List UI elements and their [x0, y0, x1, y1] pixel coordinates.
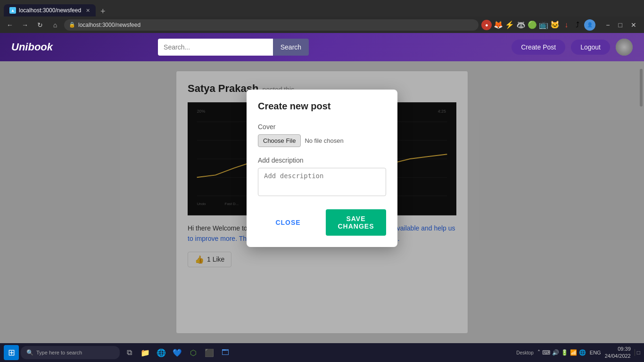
maximize-button[interactable]: □: [615, 20, 626, 30]
create-post-button[interactable]: Create Post: [512, 40, 565, 55]
keyboard-icon[interactable]: ⌨: [542, 349, 550, 356]
extension-icon-9[interactable]: ⤴: [573, 20, 582, 30]
main-content: Satya Prakash posted this Agilest Techno…: [0, 61, 644, 343]
taskbar-search[interactable]: 🔍 Type here to search: [21, 346, 120, 359]
reload-button[interactable]: ↻: [34, 19, 46, 31]
url-display: localhost:3000/newsfeed: [78, 22, 140, 28]
taskbar-icon-vscode[interactable]: 💙: [170, 345, 185, 360]
create-post-modal: Create new post Cover Choose File No fil…: [247, 90, 397, 247]
search-button[interactable]: Search: [273, 39, 309, 56]
app-navbar: Unibook Search Create Post Logout: [0, 33, 644, 61]
speaker-icon[interactable]: 🔊: [552, 349, 559, 356]
taskbar-lang: ENG: [590, 350, 601, 355]
extension-icon-8[interactable]: ↓: [561, 20, 571, 30]
taskbar-icon-task-view[interactable]: ⧉: [122, 345, 137, 360]
battery-icon[interactable]: 🔋: [561, 349, 568, 356]
description-input[interactable]: [258, 168, 386, 196]
chevron-up-icon[interactable]: ˄: [537, 349, 540, 356]
back-button[interactable]: ←: [4, 19, 16, 31]
browser-profile[interactable]: 👤: [584, 19, 595, 31]
cover-label: Cover: [258, 123, 386, 131]
modal-overlay: Create new post Cover Choose File No fil…: [0, 61, 644, 343]
description-label: Add description: [258, 156, 386, 164]
extension-icon-5[interactable]: 🟢: [528, 20, 537, 30]
modal-close-button[interactable]: CLOSE: [258, 213, 318, 232]
taskbar-datetime: 09:39 24/04/2022: [605, 346, 631, 360]
close-window-button[interactable]: ✕: [627, 20, 640, 30]
minimize-button[interactable]: −: [602, 20, 613, 30]
search-container: Search: [158, 39, 309, 56]
browser-extensions: ● 🦊 ⚡ 🦝 🟢 📺 🐱 ↓ ⤴ 👤: [481, 19, 595, 31]
modal-save-button[interactable]: SAVE CHANGES: [326, 209, 386, 236]
logout-button[interactable]: Logout: [571, 40, 610, 55]
active-tab[interactable]: ▲ localhost:3000/newsfeed ✕: [4, 4, 96, 16]
extension-icon-6[interactable]: 📺: [539, 20, 548, 30]
taskbar-icon-explorer[interactable]: 📁: [138, 345, 153, 360]
tab-favicon: ▲: [9, 7, 16, 14]
extension-icon-4[interactable]: 🦝: [516, 20, 526, 30]
app-logo: Unibook: [11, 41, 53, 53]
choose-file-button[interactable]: Choose File: [258, 134, 301, 147]
show-desktop-button[interactable]: □: [635, 349, 640, 356]
taskbar-search-icon: 🔍: [26, 349, 33, 356]
description-form-group: Add description: [258, 156, 386, 198]
taskbar-desktop-label: Desktop: [516, 350, 534, 355]
extension-icon-1[interactable]: ●: [481, 20, 492, 30]
cover-form-group: Cover Choose File No file chosen: [258, 123, 386, 147]
taskbar-icon-browser2[interactable]: 🗔: [218, 345, 233, 360]
tab-close-icon[interactable]: ✕: [86, 8, 90, 14]
taskbar-search-label: Type here to search: [36, 350, 82, 355]
taskbar-items: ⧉ 📁 🌐 💙 ⬡ ⬛ 🗔: [122, 345, 233, 360]
wifi-icon[interactable]: 📶: [570, 349, 577, 356]
taskbar-date-display: 24/04/2022: [605, 353, 631, 360]
file-input-row: Choose File No file chosen: [258, 134, 386, 147]
new-tab-button[interactable]: +: [98, 7, 108, 16]
taskbar-sys-icons: ˄ ⌨ 🔊 🔋 📶 🌐: [537, 349, 586, 356]
window-controls: − □ ✕: [602, 20, 640, 30]
avatar-image: [616, 39, 633, 56]
user-avatar[interactable]: [616, 39, 633, 56]
address-bar[interactable]: 🔒 localhost:3000/newsfeed: [64, 19, 479, 31]
taskbar-right: Desktop ˄ ⌨ 🔊 🔋 📶 🌐 ENG 09:39 24/04/2022…: [516, 346, 640, 360]
tab-title: localhost:3000/newsfeed: [19, 7, 81, 14]
nav-actions: Create Post Logout: [512, 39, 633, 56]
taskbar-icon-edge[interactable]: 🌐: [154, 345, 169, 360]
search-input[interactable]: [158, 39, 273, 56]
extension-icon-2[interactable]: 🦊: [494, 20, 503, 30]
forward-button[interactable]: →: [19, 19, 31, 31]
taskbar-icon-terminal[interactable]: ⬛: [202, 345, 217, 360]
modal-actions: CLOSE SAVE CHANGES: [258, 209, 386, 236]
taskbar: ⊞ 🔍 Type here to search ⧉ 📁 🌐 💙 ⬡ ⬛ 🗔 De…: [0, 343, 644, 362]
network-icon[interactable]: 🌐: [579, 349, 586, 356]
start-button[interactable]: ⊞: [4, 345, 19, 360]
modal-title: Create new post: [258, 101, 386, 112]
home-button[interactable]: ⌂: [49, 19, 61, 31]
taskbar-time-display: 09:39: [605, 346, 631, 353]
file-name-display: No file chosen: [305, 137, 343, 144]
extension-icon-7[interactable]: 🐱: [550, 20, 560, 30]
extension-icon-3[interactable]: ⚡: [505, 20, 514, 30]
taskbar-icon-node[interactable]: ⬡: [186, 345, 201, 360]
